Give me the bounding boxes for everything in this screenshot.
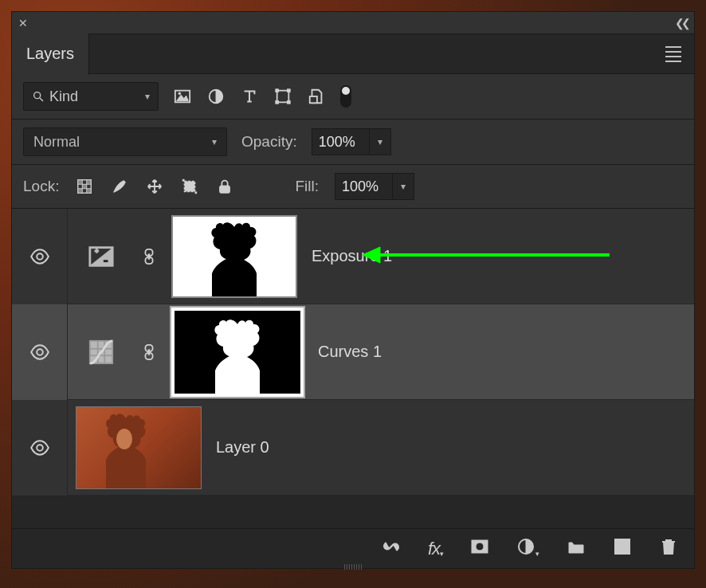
fill-label: Fill:: [295, 178, 319, 195]
layer-name[interactable]: Layer 0: [216, 438, 269, 457]
lock-row: Lock: Fill: ▾: [12, 165, 694, 209]
lock-position-icon[interactable]: [145, 177, 164, 196]
layer-thumbnail[interactable]: [76, 406, 202, 489]
lock-all-icon[interactable]: [215, 177, 234, 196]
svg-point-40: [37, 445, 43, 451]
opacity-dropdown-button[interactable]: ▾: [369, 128, 391, 155]
fill-input[interactable]: [335, 173, 392, 200]
new-group-icon[interactable]: [567, 537, 586, 560]
mask-silhouette: [202, 318, 273, 394]
svg-rect-19: [182, 179, 185, 182]
opacity-input[interactable]: [312, 128, 369, 155]
blend-mode-select[interactable]: Normal ▾: [23, 127, 227, 156]
svg-rect-21: [220, 186, 230, 193]
svg-rect-10: [288, 101, 291, 104]
layer-mask-thumbnail[interactable]: [171, 215, 297, 298]
svg-marker-24: [90, 247, 112, 265]
link-layers-icon[interactable]: [382, 537, 401, 560]
chevron-down-icon: ▾: [145, 91, 150, 102]
kind-label: Kind: [49, 88, 78, 105]
tab-layers[interactable]: Layers: [12, 33, 89, 76]
search-icon: [32, 90, 45, 103]
link-icon[interactable]: [141, 343, 157, 361]
svg-point-31: [37, 349, 43, 355]
delete-layer-icon[interactable]: [659, 537, 678, 560]
add-mask-icon[interactable]: [470, 537, 489, 560]
layers-list: Exposure 1: [12, 209, 694, 496]
visibility-toggle[interactable]: [12, 400, 68, 496]
layers-panel: ✕ ❮❮ Layers Kind ▾: [11, 11, 695, 569]
svg-rect-16: [78, 189, 83, 194]
layer-styles-icon[interactable]: fx▾: [428, 540, 443, 558]
svg-point-0: [34, 92, 41, 99]
toggle-thumb: [342, 87, 350, 95]
photo-content: [94, 409, 158, 488]
lock-label: Lock:: [23, 178, 59, 195]
resize-grip[interactable]: [344, 562, 362, 570]
lock-paint-icon[interactable]: [110, 177, 129, 196]
svg-point-4: [178, 92, 181, 95]
svg-point-22: [37, 253, 43, 260]
chevron-down-icon: ▾: [212, 136, 217, 147]
svg-rect-13: [78, 180, 83, 185]
svg-rect-14: [87, 180, 92, 185]
layer-row-exposure[interactable]: Exposure 1: [12, 209, 694, 304]
svg-rect-11: [310, 96, 317, 103]
layer-name[interactable]: Exposure 1: [312, 247, 392, 265]
svg-rect-9: [276, 101, 279, 104]
link-icon[interactable]: [141, 248, 157, 265]
blend-row: Normal ▾ Opacity: ▾: [12, 120, 694, 165]
fill-dropdown-button[interactable]: ▾: [392, 173, 414, 200]
filter-smartobject-icon[interactable]: [307, 87, 326, 106]
exposure-icon: [76, 243, 127, 270]
mask-silhouette: [198, 221, 270, 296]
lock-artboard-icon[interactable]: [180, 177, 199, 196]
new-layer-icon[interactable]: [613, 537, 632, 560]
filter-shape-icon[interactable]: [273, 87, 292, 106]
new-adjustment-icon[interactable]: ▾: [516, 537, 539, 560]
svg-rect-8: [288, 89, 291, 92]
svg-rect-15: [83, 184, 88, 189]
svg-rect-7: [276, 89, 279, 92]
curves-icon: [76, 339, 127, 366]
filter-toggle[interactable]: [340, 85, 351, 108]
layer-name[interactable]: Curves 1: [318, 343, 382, 361]
lock-transparent-icon[interactable]: [75, 177, 94, 196]
svg-point-41: [116, 429, 132, 449]
svg-rect-17: [87, 189, 92, 194]
layer-mask-thumbnail-selected[interactable]: [171, 308, 304, 397]
panel-titlebar: ✕ ❮❮: [12, 12, 694, 34]
visibility-toggle[interactable]: [12, 209, 68, 304]
layer-row-background[interactable]: Layer 0: [12, 400, 694, 496]
svg-rect-18: [185, 182, 195, 192]
filter-adjustment-icon[interactable]: [206, 87, 226, 106]
opacity-label: Opacity:: [241, 133, 297, 151]
opacity-control: ▾: [312, 128, 391, 155]
svg-point-45: [476, 543, 484, 551]
collapse-panel-icon[interactable]: ❮❮: [675, 17, 688, 29]
visibility-toggle[interactable]: [12, 304, 68, 400]
filter-row: Kind ▾: [12, 74, 694, 120]
layer-row-curves[interactable]: Curves 1: [12, 304, 694, 400]
blend-mode-label: Normal: [33, 134, 80, 151]
panel-tabs: Layers: [12, 34, 694, 74]
layer-filter-kind-select[interactable]: Kind ▾: [23, 82, 159, 111]
panel-menu-icon[interactable]: [661, 41, 686, 67]
close-icon[interactable]: ✕: [18, 17, 28, 29]
filter-pixel-icon[interactable]: [173, 87, 192, 106]
svg-rect-20: [195, 191, 198, 194]
svg-marker-3: [177, 95, 189, 100]
filter-type-icon[interactable]: [240, 87, 259, 106]
fill-control: ▾: [335, 173, 414, 200]
svg-line-1: [40, 98, 43, 101]
